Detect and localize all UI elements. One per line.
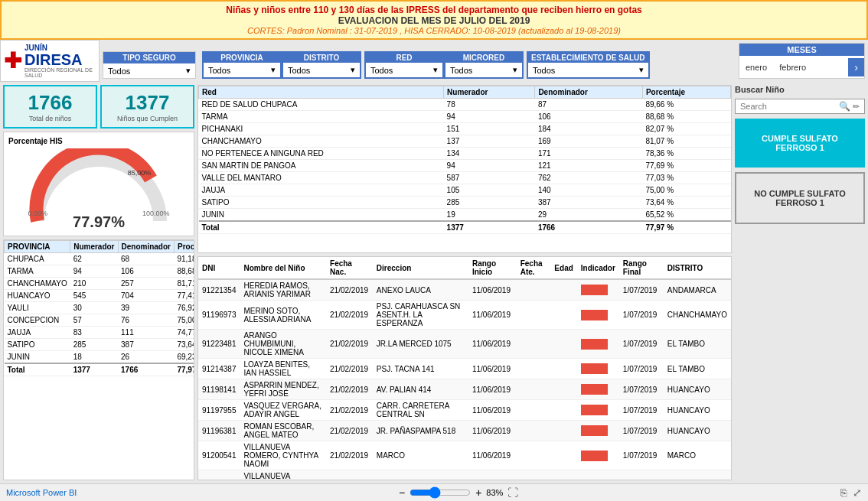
indicator-cell xyxy=(577,470,619,481)
table-total-row: Total1377176677,97 % xyxy=(5,363,195,376)
month-febrero[interactable]: febrero xyxy=(773,60,812,75)
table-row: 91198141ASPARRIN MENDEZ, YEFRI JOSÉ21/02… xyxy=(198,379,731,400)
logo: ✚ JUNÍN DIRESA DIRECCIÓN REGIONAL DE SAL… xyxy=(0,40,100,82)
table-row: 91223481ARANGO CHUMBIMUNI, NICOLE XIMENA… xyxy=(198,330,731,359)
table-row: 91200584VILLANUEVA ROMERO, SOFIA CYNTHYA… xyxy=(198,470,731,481)
provincia-select[interactable]: Todos ▾ xyxy=(204,63,280,77)
search-box: 🔍 ✏ xyxy=(735,99,865,114)
bottom-table-panel: DNI Nombre del Niño Fecha Nac. Direccion… xyxy=(197,256,732,480)
col-rango-inicio: Rango Inicio xyxy=(468,257,517,279)
zoom-minus-btn[interactable]: − xyxy=(399,486,405,499)
table-row: 91196973MERINO SOTO, ALESSIA ADRIANA21/0… xyxy=(198,301,731,330)
table-row: HUANCAYO54570477,41 % xyxy=(5,290,195,302)
indicator-cell xyxy=(577,441,619,470)
table-row: CONCEPCION577675,00 % xyxy=(5,314,195,327)
svg-text:85,00%: 85,00% xyxy=(128,169,152,177)
distrito-arrow: ▾ xyxy=(351,65,355,75)
col-fecha-nac: Fecha Nac. xyxy=(326,257,373,279)
estab-value: Todos xyxy=(533,66,555,75)
top-banner: Niñas y niños entre 110 y 130 días de la… xyxy=(0,0,868,40)
table-row: SATIPO28538773,64 % xyxy=(199,197,731,209)
distrito-group: DISTRITO Todos ▾ xyxy=(283,53,360,77)
buscar-label: Buscar Niño xyxy=(735,85,865,94)
table-row: YAULI303976,92 % xyxy=(5,302,195,314)
pencil-icon[interactable]: ✏ xyxy=(853,102,860,112)
distrito-select[interactable]: Todos ▾ xyxy=(283,63,360,77)
table-row: CHUPACA626891,18 % xyxy=(5,253,195,265)
indicator-cell xyxy=(577,421,619,441)
provincia-table: PROVINCIA Numerador Denominador Procenta… xyxy=(4,240,194,376)
microred-label: MICRORED xyxy=(445,53,522,63)
logo-diresa: DIRESA xyxy=(24,52,96,67)
fullscreen-icon[interactable]: ⛶ xyxy=(507,486,518,499)
table-row: RED DE SALUD CHUPACA788789,66 % xyxy=(199,99,731,111)
search-input[interactable] xyxy=(740,102,839,111)
zoom-plus-btn[interactable]: + xyxy=(475,486,481,499)
zoom-percent: 83% xyxy=(486,488,503,497)
share-icon[interactable]: ⎘ xyxy=(840,486,847,499)
red-label: RED xyxy=(366,53,442,63)
indicator-cell xyxy=(577,379,619,400)
table-total-row: Total1377176677,97 % xyxy=(199,221,731,234)
porcentaje-title: Porcentaje HIS xyxy=(8,137,189,145)
total-ninos-number: 1766 xyxy=(11,91,90,115)
table-row: TARMA9410688,68 % xyxy=(5,265,195,278)
table-row: JUNIN192965,52 % xyxy=(199,209,731,222)
no-cumple-button[interactable]: NO CUMPLE SULFATO FERROSO 1 xyxy=(735,172,865,224)
cumplen-number: 1377 xyxy=(108,91,187,115)
red-value: Todos xyxy=(370,66,393,75)
search-icon[interactable]: 🔍 xyxy=(839,101,850,112)
table-row: SAN MARTIN DE PANGOA9412177,69 % xyxy=(199,160,731,172)
expand-icon[interactable]: ⤢ xyxy=(853,486,862,499)
estab-select[interactable]: Todos ▾ xyxy=(528,63,648,77)
tipo-seguro-box: TIPO SEGURO Todos ▾ xyxy=(103,51,196,79)
provincia-arrow: ▾ xyxy=(271,65,276,75)
gauge-percent-value: 77.97% xyxy=(73,213,125,231)
col-edad: Edad xyxy=(550,257,576,279)
col-distrito: DISTRITO xyxy=(664,257,731,279)
table-row: CHANCHAMAYO21025781,71 % xyxy=(5,278,195,290)
provincia-value: Todos xyxy=(208,66,230,75)
prov-col-procentaje: Procentaje xyxy=(174,241,194,253)
month-enero[interactable]: enero xyxy=(739,60,773,75)
table-row: NO PERTENECE A NINGUNA RED13417178,36 % xyxy=(199,148,731,160)
cumple-button[interactable]: CUMPLE SULFATO FERROSO 1 xyxy=(735,119,865,168)
prov-col-provincia: PROVINCIA xyxy=(5,241,70,253)
estab-label: ESTABLECIMIENTO DE SALUD xyxy=(528,53,648,63)
indicator-cell xyxy=(577,301,619,330)
tipo-seguro-select[interactable]: Todos ▾ xyxy=(103,63,195,78)
table-row: SATIPO28538773,64 % xyxy=(5,339,195,351)
tipo-seguro-value: Todos xyxy=(108,67,130,76)
banner-subtitle: CORTES: Padron Nominal : 31-07-2019 , HI… xyxy=(8,26,860,35)
table-row: 91200541VILLANUEVA ROMERO, CYNTHYA NAOMI… xyxy=(198,441,731,470)
table-row: TARMA9410688,68 % xyxy=(199,111,731,123)
red-col-denominador: Denominador xyxy=(535,86,643,99)
zoom-controls: − + 83% ⛶ xyxy=(399,486,518,499)
provincia-label: PROVINCIA xyxy=(204,53,280,63)
tipo-seguro-arrow: ▾ xyxy=(186,66,191,76)
table-row: JUNIN182669,23 % xyxy=(5,351,195,364)
indicator-cell xyxy=(577,359,619,379)
red-select[interactable]: Todos ▾ xyxy=(366,63,442,77)
col-nombre: Nombre del Niño xyxy=(240,257,327,279)
months-next-btn[interactable]: › xyxy=(848,58,864,76)
middle-panel: Red Numerador Denominador Porcentaje RED… xyxy=(197,85,732,480)
red-table: Red Numerador Denominador Porcentaje RED… xyxy=(198,86,731,234)
col-rango-final: Rango Final xyxy=(619,257,664,279)
indicator-cell xyxy=(577,330,619,359)
microred-arrow: ▾ xyxy=(513,65,517,75)
banner-title2: EVALUACION DEL MES DE JULIO DEL 2019 xyxy=(8,15,860,26)
banner-subtitle-static: CORTES: Padron Nominal : 31-07-2019 , HI… xyxy=(247,26,516,35)
col-dni: DNI xyxy=(198,257,240,279)
banner-title1: Niñas y niños entre 110 y 130 días de la… xyxy=(8,5,860,15)
powerbi-link[interactable]: Microsoft Power BI xyxy=(6,488,77,497)
table-row: 91214387LOAYZA BENITES, IAN HASSIEL21/02… xyxy=(198,359,731,379)
logo-sub: DIRECCIÓN REGIONAL DE SALUD xyxy=(24,67,96,78)
zoom-slider[interactable] xyxy=(410,486,471,499)
total-ninos-box: 1766 Total de niños xyxy=(3,85,97,129)
estab-arrow: ▾ xyxy=(639,65,644,75)
distrito-value: Todos xyxy=(288,66,310,75)
microred-select[interactable]: Todos ▾ xyxy=(445,63,522,77)
right-panel: Buscar Niño 🔍 ✏ CUMPLE SULFATO FERROSO 1… xyxy=(735,85,865,480)
distrito-label: DISTRITO xyxy=(283,53,360,63)
